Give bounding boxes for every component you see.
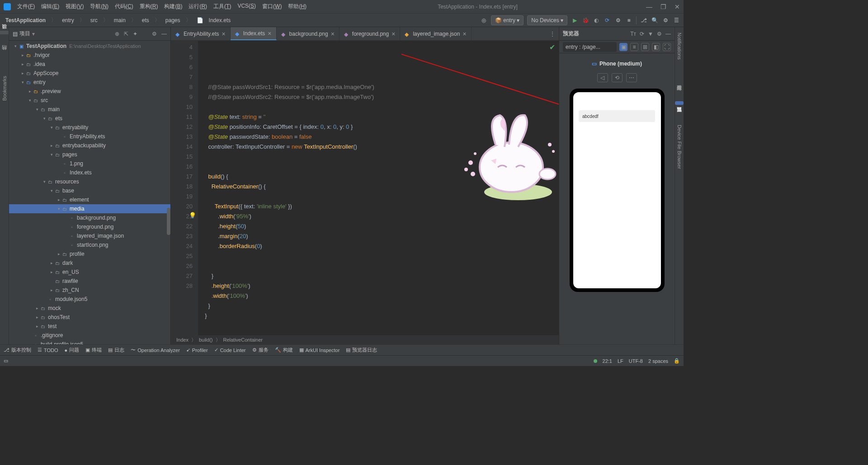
tree-node[interactable]: ▾🗀entry (9, 78, 170, 87)
menu-item[interactable]: 构建(B) (161, 1, 185, 12)
minimize-button[interactable]: — (646, 3, 652, 10)
tree-node[interactable]: ▫1.png (9, 159, 170, 168)
attach-icon[interactable]: ⚙ (614, 17, 622, 24)
editor-tab[interactable]: ◆layered_image.json× (400, 27, 471, 40)
tool-tab[interactable]: Bookmarks (1, 74, 8, 103)
mode-full-icon[interactable]: ⛶ (663, 43, 671, 51)
tree-node[interactable]: ▸🗀ohosTest (9, 313, 170, 322)
code-crumb-item[interactable]: build() (199, 337, 213, 343)
back-button[interactable]: ◁ (597, 73, 608, 82)
mode-split-icon[interactable]: ◧ (652, 43, 660, 51)
refresh-icon[interactable]: ⟳ (604, 17, 611, 24)
hide-icon[interactable]: — (161, 31, 167, 37)
mode-stack-icon[interactable]: ≡ (630, 43, 638, 51)
inspect-icon[interactable]: ▼ (648, 31, 653, 37)
menu-item[interactable]: 代码(C) (112, 1, 136, 12)
close-icon[interactable]: × (462, 30, 466, 38)
search-icon[interactable]: 🔍 (651, 17, 658, 24)
bottom-tool[interactable]: ▤日志 (108, 347, 124, 353)
tree-node[interactable]: ▫module.json5 (9, 295, 170, 304)
editor-tab[interactable]: ◆EntryAbility.ets× (171, 27, 231, 40)
tree-node[interactable]: ▾🗀main (9, 105, 170, 114)
bottom-tool[interactable]: ⚙服务 (252, 347, 269, 353)
tree-node[interactable]: ▾🗀entryability (9, 123, 170, 132)
tree-node[interactable]: ▫startIcon.png (9, 240, 170, 249)
run-button[interactable]: ▶ (571, 17, 578, 24)
mode-grid-icon[interactable]: ⊞ (641, 43, 649, 51)
tree-node[interactable]: ▸🗀test (9, 322, 170, 331)
tree-node[interactable]: ▫build-profile.json5 (9, 340, 170, 344)
debug-button[interactable]: 🐞 (582, 17, 589, 24)
tree-node[interactable]: ▸🗀mock (9, 304, 170, 313)
tree-node[interactable]: ▫Index.ets (9, 168, 170, 177)
tree-node[interactable]: ▸🗀.preview (9, 87, 170, 96)
editor-tab[interactable]: ◆foreground.png× (340, 27, 401, 40)
bulb-icon[interactable]: 💡 (189, 211, 196, 221)
tree-node[interactable]: ▫layered_image.json (9, 231, 170, 240)
preview-hide-icon[interactable]: — (665, 31, 671, 37)
close-icon[interactable]: × (392, 30, 395, 38)
scrollbar[interactable] (167, 208, 170, 235)
bottom-tool[interactable]: 🔨构建 (275, 347, 293, 353)
editor-tab[interactable]: ◆background.png× (277, 27, 340, 40)
line-ending[interactable]: LF (618, 358, 623, 364)
close-icon[interactable]: × (331, 30, 335, 38)
menu-item[interactable]: 运行(R) (186, 1, 210, 12)
crumb-item[interactable]: main (112, 16, 127, 24)
tree-node[interactable]: ▸🗀profile (9, 249, 170, 258)
refresh-preview-icon[interactable]: ⟳ (640, 31, 644, 37)
editor-tab[interactable]: ◆Index.ets× (231, 27, 277, 40)
menu-item[interactable]: 视图(V) (63, 1, 86, 12)
menu-item[interactable]: 窗口(W) (259, 1, 284, 12)
bottom-tool[interactable]: ▣终端 (85, 347, 102, 353)
tree-node[interactable]: ▸🗀entrybackupability (9, 141, 170, 150)
expand-icon[interactable]: ⇱ (124, 31, 128, 37)
tree-node[interactable]: ▾🗀pages (9, 150, 170, 159)
tree-node[interactable]: ▾🗀ets (9, 114, 170, 123)
bottom-tool[interactable]: ✓Code Linter (214, 347, 246, 353)
crumb-item[interactable]: ets (140, 16, 151, 24)
menu-item[interactable]: 文件(F) (14, 1, 38, 12)
mode-single-icon[interactable]: ▣ (619, 43, 627, 51)
tool-tab[interactable]: 结构 (0, 52, 9, 56)
cursor-position[interactable]: 22:1 (603, 358, 612, 364)
tree-node[interactable]: ▾🗀src (9, 96, 170, 105)
menu-item[interactable]: 重构(R) (137, 1, 161, 12)
encoding[interactable]: UTF-8 (629, 358, 643, 364)
crumb-item[interactable]: entry (60, 16, 76, 24)
readonly-icon[interactable]: 🔒 (674, 358, 680, 364)
tree-node[interactable]: ▸🗀en_US (9, 268, 170, 277)
git-icon[interactable]: ⎇ (640, 17, 647, 24)
tree-node[interactable]: ▫EntryAbility.ets (9, 132, 170, 141)
stop-button[interactable]: ■ (625, 17, 632, 24)
coverage-icon[interactable]: ◐ (593, 17, 600, 24)
crumb-item[interactable]: TestApplication (4, 16, 47, 24)
bottom-tool[interactable]: ⎇版本控制 (4, 347, 31, 353)
crumb-item[interactable]: src (89, 16, 99, 24)
tree-node[interactable]: ▾🗀resources (9, 177, 170, 186)
tree-node[interactable]: 🗀rawfile (9, 277, 170, 286)
more-button[interactable]: ⋯ (626, 73, 637, 82)
tree-node[interactable]: ▫background.png (9, 213, 170, 222)
indent[interactable]: 2 spaces (648, 358, 668, 364)
device-selector[interactable]: No Devices ▾ (527, 15, 567, 25)
tree-node[interactable]: ▾🗀base (9, 186, 170, 195)
settings-icon[interactable]: ⚙ (662, 17, 669, 24)
tree-node[interactable]: ▸🗀.hvigor (9, 51, 170, 60)
status-message-icon[interactable]: ▭ (4, 358, 8, 364)
bottom-tool[interactable]: ➹Profiler (186, 347, 208, 353)
font-icon[interactable]: Tт (630, 31, 636, 37)
bottom-tool[interactable]: ●问题 (65, 347, 80, 353)
dropdown-icon[interactable]: ▾ (32, 31, 35, 37)
maximize-button[interactable]: ❐ (660, 3, 666, 10)
collapse-icon[interactable]: ✦ (133, 31, 137, 37)
tree-node[interactable]: ▸🗀element (9, 195, 170, 204)
crumb-item[interactable]: Index.ets (207, 16, 233, 24)
tabs-more-icon[interactable]: ⋮ (546, 31, 559, 37)
tree-node[interactable]: ▫.gitignore (9, 331, 170, 340)
module-selector[interactable]: 📦 entry ▾ (491, 15, 524, 25)
close-button[interactable]: ✕ (675, 3, 680, 10)
code-crumb-item[interactable]: Index (176, 337, 189, 343)
tree-root[interactable]: ▾▣TestApplicationE:\nana\Desktop\TestApp… (9, 42, 170, 51)
tool-tab[interactable]: Device File Browser (676, 123, 683, 171)
